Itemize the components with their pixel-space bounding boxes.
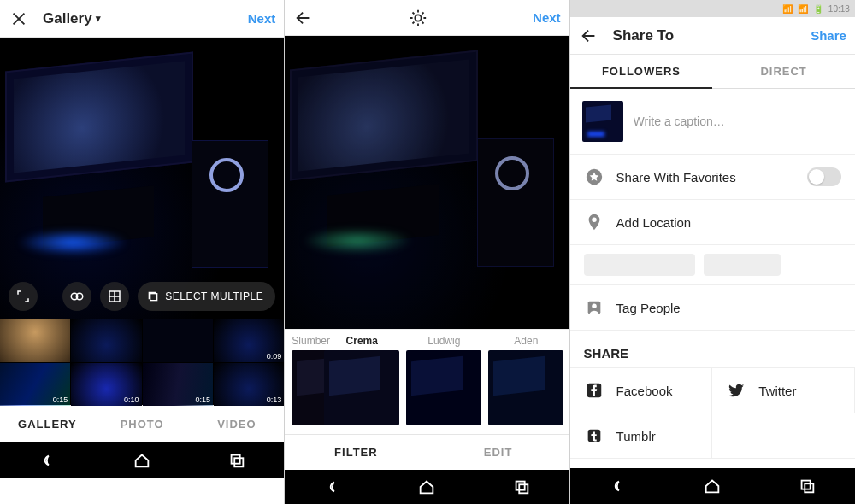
service-label: Facebook [616,384,699,398]
home-nav-icon[interactable] [417,478,436,496]
caption-row [570,89,855,154]
gallery-title: Gallery [43,10,92,27]
status-time: 10:13 [828,4,850,14]
select-multiple-button[interactable]: SELECT MULTIPLE [138,282,275,311]
layout-icon[interactable] [100,282,129,311]
back-nav-icon[interactable] [608,477,627,495]
gallery-thumb[interactable]: 0:15 [0,363,70,406]
svg-rect-8 [519,484,528,493]
topbar-share: Share To Share [570,17,855,55]
svg-rect-4 [231,455,239,464]
gallery-thumb[interactable]: 0:13 [214,363,284,406]
topbar-gallery: Gallery ▾ Next [0,0,284,38]
favorites-label: Share With Favorites [616,170,795,185]
battery-icon: 🔋 [813,4,823,14]
gallery-thumb[interactable]: 0:10 [71,363,141,406]
next-button[interactable]: Next [224,11,275,26]
gallery-thumb[interactable] [71,319,141,362]
preview-overlay: SELECT MULTIPLE [9,282,275,311]
signal-icon: 📶 [798,4,808,14]
wifi-icon: 📶 [782,4,793,14]
gallery-grid: 0:09 0:15 0:10 0:15 0:13 [0,319,284,405]
twitter-icon [726,380,746,401]
filter-label: Ludwig [406,335,481,350]
tab-gallery[interactable]: GALLERY [0,406,95,442]
close-icon[interactable] [9,9,29,29]
expand-crop-button[interactable] [9,282,38,311]
tag-people-row[interactable]: Tag People [570,284,855,330]
filter-strip[interactable]: Slumber Crema Ludwig Aden [285,329,569,433]
chevron-down-icon: ▾ [92,13,101,24]
filtered-photo-preview[interactable] [285,36,569,329]
location-chip[interactable] [704,254,781,276]
share-facebook[interactable]: Facebook [570,367,713,413]
tab-followers[interactable]: FOLLOWERS [570,55,713,88]
home-nav-icon[interactable] [703,477,722,495]
android-navbar [570,468,855,504]
tab-edit[interactable]: EDIT [427,435,569,470]
advanced-settings-link[interactable]: Advanced Settings [570,458,855,468]
video-duration: 0:15 [195,396,210,404]
svg-rect-14 [802,481,811,489]
share-with-favorites-row[interactable]: Share With Favorites [570,154,855,199]
svg-rect-15 [805,483,814,492]
back-arrow-icon[interactable] [293,8,314,28]
star-icon [584,167,604,187]
back-nav-icon[interactable] [38,451,56,470]
location-pin-icon [584,212,604,232]
tag-person-icon [584,297,604,318]
gallery-thumb[interactable]: 0:15 [143,363,213,406]
tab-direct[interactable]: DIRECT [712,55,855,88]
tab-video[interactable]: VIDEO [190,406,285,442]
service-label: Twitter [758,384,840,398]
next-button[interactable]: Next [510,10,561,25]
video-duration: 0:15 [53,396,68,404]
lux-sun-icon[interactable] [408,8,428,28]
svg-point-11 [592,303,597,308]
svg-rect-3 [150,294,157,301]
share-tumblr[interactable]: Tumblr [570,413,713,458]
gallery-thumb[interactable] [0,319,70,362]
post-thumbnail[interactable] [582,101,623,142]
status-bar: 📶 📶 🔋 10:13 [570,0,855,17]
recents-nav-icon[interactable] [227,451,246,470]
filter-label: Crema [324,335,399,350]
tab-photo[interactable]: PHOTO [95,406,190,442]
filter-slumber[interactable]: Slumber [292,335,317,425]
filter-aden[interactable]: Aden [488,335,563,425]
location-label: Add Location [616,215,841,230]
service-label: Tumblr [616,429,699,443]
select-multiple-label: SELECT MULTIPLE [165,290,263,302]
video-duration: 0:09 [267,352,282,360]
selected-photo-preview[interactable]: SELECT MULTIPLE [0,38,284,319]
topbar-filter: Next [285,0,569,36]
video-duration: 0:10 [124,396,139,404]
share-button[interactable]: Share [795,28,846,43]
back-arrow-icon[interactable] [579,26,599,46]
gallery-dropdown[interactable]: Gallery ▾ [43,10,224,27]
share-section-title: SHARE [570,330,855,367]
android-navbar [0,442,284,478]
recents-nav-icon[interactable] [512,478,531,496]
home-nav-icon[interactable] [133,451,151,470]
share-title: Share To [613,27,795,44]
share-services-grid: Facebook Twitter Tumblr [570,367,855,458]
filter-crema[interactable]: Crema [324,335,399,425]
gallery-thumb[interactable]: 0:09 [214,319,284,362]
edit-tabs: FILTER EDIT [285,434,569,470]
back-nav-icon[interactable] [323,478,342,496]
add-location-row[interactable]: Add Location [570,199,855,244]
share-twitter[interactable]: Twitter [712,367,855,413]
share-tabs: FOLLOWERS DIRECT [570,55,855,89]
boomerang-icon[interactable] [62,282,91,311]
facebook-icon [584,380,604,401]
gallery-thumb[interactable] [143,319,213,362]
location-chip[interactable] [584,254,695,276]
caption-input[interactable] [634,101,843,142]
recents-nav-icon[interactable] [798,477,817,495]
favorites-toggle[interactable] [807,167,841,186]
tab-filter[interactable]: FILTER [285,435,427,470]
location-suggestions [570,244,855,284]
tag-label: Tag People [616,301,841,315]
filter-ludwig[interactable]: Ludwig [406,335,481,425]
